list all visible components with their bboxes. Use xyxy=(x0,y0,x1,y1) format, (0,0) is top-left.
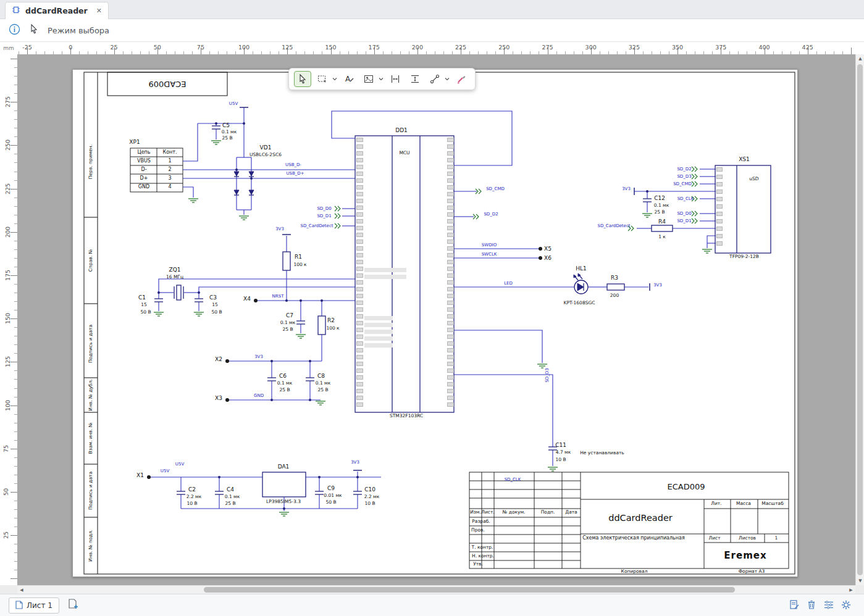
scroll-down-icon[interactable]: ▼ xyxy=(856,576,864,585)
net-dropdown-icon[interactable] xyxy=(444,71,450,87)
schematic-label: R2 xyxy=(327,318,335,323)
select-tool[interactable] xyxy=(294,71,311,87)
close-icon[interactable]: ✕ xyxy=(96,7,102,15)
schematic-label: 200 xyxy=(610,293,619,298)
ic-pin xyxy=(356,301,363,305)
schematic-label: 0.1 мк xyxy=(222,130,237,135)
schematic-label: C4 xyxy=(227,487,234,493)
ic-pin xyxy=(447,219,454,223)
ic-pin xyxy=(447,301,454,305)
rect-select-tool[interactable] xyxy=(314,71,331,87)
schematic-label: X3 xyxy=(215,396,222,401)
ic-pin xyxy=(447,335,454,339)
edit-document-icon[interactable] xyxy=(789,599,800,613)
schematic-label: SD_D0 xyxy=(317,207,331,211)
ruler-tick xyxy=(10,59,17,59)
schematic-label: Пров. xyxy=(471,528,485,533)
ic-pin xyxy=(356,239,363,244)
schematic-label: U5V xyxy=(175,462,184,467)
schematic-label: X2 xyxy=(215,357,222,362)
select-mode-icon[interactable] xyxy=(29,24,39,36)
ic-pin xyxy=(356,307,363,312)
net-tool[interactable] xyxy=(426,71,443,87)
schematic-label: XS1 xyxy=(739,157,750,162)
ic-pin xyxy=(716,227,723,231)
schematic-label: 1 к xyxy=(658,235,666,239)
schematic-label: SWDIO xyxy=(482,243,497,248)
ic-pin xyxy=(447,158,454,162)
schematic-label: 1 xyxy=(168,159,171,164)
distribute-vertical-tool[interactable] xyxy=(406,71,424,87)
schematic-label: VD1 xyxy=(260,145,272,151)
add-sheet-button[interactable] xyxy=(68,599,78,612)
schematic-sheet[interactable]: ECAD009Перв. примен.Справ. №Подпись и да… xyxy=(72,69,798,577)
schematic-label: 15 xyxy=(141,302,147,307)
schematic-label: 3 xyxy=(168,176,171,181)
ruler-number: 25 xyxy=(110,44,117,51)
ruler-number: 275 xyxy=(542,44,553,51)
ic-pin xyxy=(356,267,363,271)
scroll-right-icon[interactable]: ▶ xyxy=(847,586,855,594)
ruler-number: 200 xyxy=(4,227,11,238)
schematic-label: 1 xyxy=(775,536,778,541)
schematic-label: SD_CardDetect xyxy=(300,224,333,228)
ic-pin xyxy=(356,294,363,298)
schematic-label: TFP09-2-12B xyxy=(729,254,759,259)
ruler-number: 100 xyxy=(4,400,11,411)
scroll-up-icon[interactable]: ▲ xyxy=(856,54,864,63)
schematic-label: Не устанавливать xyxy=(580,451,624,456)
vertical-scrollbar[interactable]: ▲ ▼ xyxy=(855,54,864,585)
ic-pin xyxy=(356,178,363,183)
ic-pin xyxy=(447,138,454,142)
schematic-label: GND xyxy=(138,185,149,189)
schematic-label: 15 xyxy=(212,302,218,307)
schematic-label: 0.1 мк xyxy=(316,381,331,386)
schematic-label: C10 xyxy=(364,487,375,493)
sheet-tab[interactable]: Лист 1 xyxy=(9,597,59,614)
delete-icon[interactable] xyxy=(806,599,817,613)
vertical-scroll-thumb[interactable] xyxy=(857,64,863,575)
info-icon[interactable] xyxy=(9,23,20,38)
ic-pin xyxy=(447,328,454,332)
svg-text:A: A xyxy=(345,75,351,83)
schematic-label: LP3985IM5-3.3 xyxy=(266,499,301,504)
mode-label: Режим выбора xyxy=(48,26,109,35)
ruler-number: 150 xyxy=(4,313,11,324)
schematic-label: Листов xyxy=(739,536,756,541)
rect-select-dropdown-icon[interactable] xyxy=(332,71,338,87)
ic-pin xyxy=(356,138,363,142)
schematic-label: C12 xyxy=(654,196,665,201)
image-dropdown-icon[interactable] xyxy=(378,71,384,87)
schematic-label: DD1 xyxy=(395,128,408,133)
distribute-horizontal-tool[interactable] xyxy=(387,71,404,87)
document-tab[interactable]: ddCardReader ✕ xyxy=(5,2,109,19)
schematic-label: USB_D+ xyxy=(286,172,304,176)
ic-pin xyxy=(447,267,454,271)
scroll-left-icon[interactable]: ◀ xyxy=(17,586,26,594)
image-tool[interactable] xyxy=(360,71,377,87)
ic-pin xyxy=(356,144,363,149)
ruler-number: 150 xyxy=(325,44,336,51)
schematic-label: ddCardReader xyxy=(608,514,673,523)
schematic-label: USBLC6-2SC6 xyxy=(250,152,282,157)
schematic-canvas[interactable]: ECAD009Перв. примен.Справ. №Подпись и да… xyxy=(17,54,855,585)
schematic-label: 0.1 мк xyxy=(277,381,293,386)
horizontal-scrollbar[interactable]: ◀ ▶ xyxy=(17,585,855,594)
highlight-tool[interactable] xyxy=(453,71,470,87)
tab-title: ddCardReader xyxy=(25,6,88,15)
schematic-label: 100 к xyxy=(293,262,306,267)
text-tool[interactable]: A xyxy=(340,71,358,87)
schematic-label: Подпись и дата xyxy=(88,325,93,363)
schematic-label: Eremex xyxy=(724,551,766,560)
schematic-label: X1 xyxy=(136,473,144,478)
settings-gear-icon[interactable] xyxy=(841,599,852,613)
schematic-label: SD_CardDetect xyxy=(597,224,630,228)
ic-pin xyxy=(447,233,454,237)
ic-pin xyxy=(447,206,454,210)
schematic-label: 0.01 мк xyxy=(324,493,342,498)
horizontal-scroll-thumb[interactable] xyxy=(204,587,735,593)
pin-name-bar xyxy=(364,268,406,272)
ic-pin xyxy=(447,273,454,278)
filter-icon[interactable] xyxy=(823,599,834,613)
sheet-tab-label: Лист 1 xyxy=(27,601,52,610)
